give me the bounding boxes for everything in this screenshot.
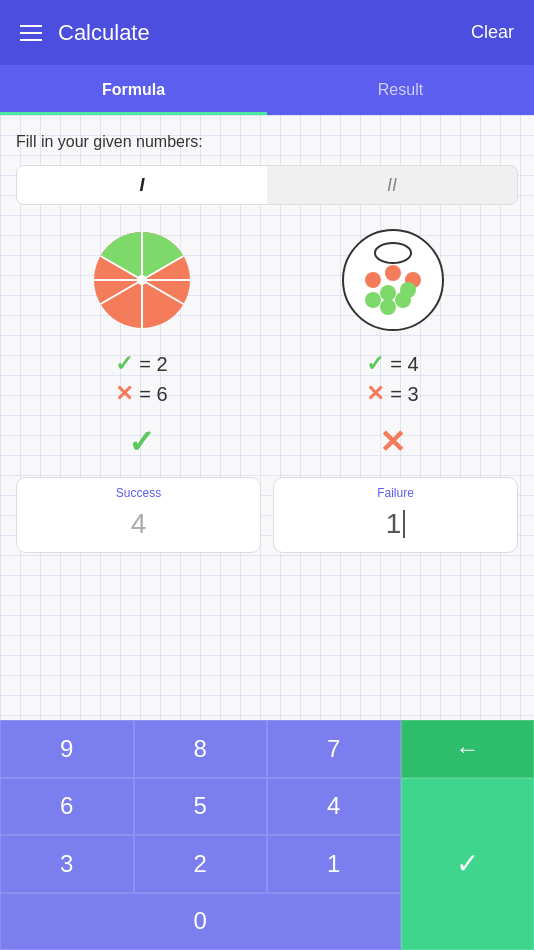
num-btn-4[interactable]: 4: [267, 778, 401, 836]
stat-col-2: ✓ = 4 ✕ = 3: [366, 351, 418, 407]
result-icon-col-1: ✓: [92, 423, 192, 461]
svg-point-18: [380, 299, 396, 315]
col1-cross-line: ✕ = 6: [115, 381, 167, 407]
failure-value: 1: [286, 504, 505, 544]
svg-point-13: [385, 265, 401, 281]
app-title: Calculate: [58, 20, 150, 46]
app-header: Calculate Clear: [0, 0, 534, 65]
num-btn-3[interactable]: 3: [0, 835, 134, 893]
col-tab-II[interactable]: II: [267, 166, 517, 204]
num-btn-5[interactable]: 5: [134, 778, 268, 836]
num-btn-0[interactable]: 0: [0, 893, 401, 951]
menu-icon[interactable]: [20, 25, 42, 41]
clear-button[interactable]: Clear: [471, 22, 514, 43]
fill-instruction: Fill in your given numbers:: [16, 133, 518, 151]
col2-cross-value: = 3: [390, 383, 418, 406]
col2-cross-line: ✕ = 3: [366, 381, 418, 407]
diagrams-row: [16, 225, 518, 335]
success-input-text: 4: [131, 508, 147, 540]
cross-icon-1: ✕: [115, 381, 133, 407]
tab-result[interactable]: Result: [267, 65, 534, 115]
result-cross-icon: ✕: [379, 423, 406, 461]
header-left: Calculate: [20, 20, 150, 46]
backspace-button[interactable]: ←: [401, 720, 535, 778]
result-icon-col-2: ✕: [343, 423, 443, 461]
confirm-button[interactable]: ✓: [401, 778, 535, 951]
result-icons-row: ✓ ✕: [16, 423, 518, 461]
num-btn-8[interactable]: 8: [134, 720, 268, 778]
num-btn-7[interactable]: 7: [267, 720, 401, 778]
svg-point-16: [380, 285, 396, 301]
col2-check-line: ✓ = 4: [366, 351, 418, 377]
num-btn-6[interactable]: 6: [0, 778, 134, 836]
numpad: 9 8 7 ← 6 5 4 ✓ 3 2 1 0: [0, 720, 534, 950]
text-cursor: [403, 510, 405, 538]
svg-point-9: [137, 275, 147, 285]
failure-input-box[interactable]: Failure 1: [273, 477, 518, 553]
main-tabs: Formula Result: [0, 65, 534, 115]
stats-row: ✓ = 2 ✕ = 6 ✓ = 4 ✕ = 3: [16, 351, 518, 407]
pie-chart: [87, 225, 197, 335]
failure-label: Failure: [286, 486, 505, 500]
stat-col-1: ✓ = 2 ✕ = 6: [115, 351, 167, 407]
circle-diagram: [338, 225, 448, 335]
input-row: Success 4 Failure 1: [16, 477, 518, 553]
svg-point-12: [365, 272, 381, 288]
success-value: 4: [29, 504, 248, 544]
column-tabs: I II: [16, 165, 518, 205]
tab-formula[interactable]: Formula: [0, 65, 267, 115]
col1-check-line: ✓ = 2: [115, 351, 167, 377]
svg-point-19: [400, 282, 416, 298]
col2-check-value: = 4: [390, 353, 418, 376]
success-label: Success: [29, 486, 248, 500]
main-content: Fill in your given numbers: I II: [0, 115, 534, 770]
check-icon-1: ✓: [115, 351, 133, 377]
result-check-icon: ✓: [128, 423, 155, 461]
num-btn-9[interactable]: 9: [0, 720, 134, 778]
num-btn-1[interactable]: 1: [267, 835, 401, 893]
col1-cross-value: = 6: [139, 383, 167, 406]
cross-icon-2: ✕: [366, 381, 384, 407]
svg-point-15: [365, 292, 381, 308]
check-icon-2: ✓: [366, 351, 384, 377]
col-tab-I[interactable]: I: [17, 166, 267, 204]
num-btn-2[interactable]: 2: [134, 835, 268, 893]
failure-input-text: 1: [386, 508, 402, 540]
col1-check-value: = 2: [139, 353, 167, 376]
success-input-box[interactable]: Success 4: [16, 477, 261, 553]
